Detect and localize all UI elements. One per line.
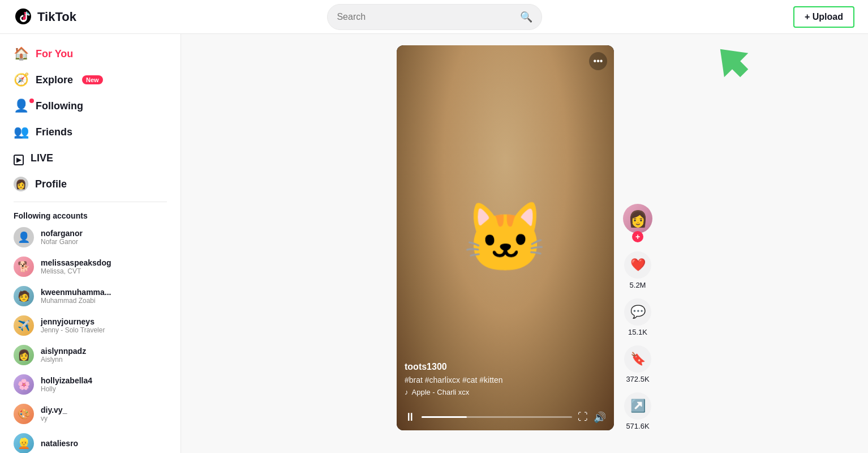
account-username: nataliesro — [41, 439, 78, 448]
account-username: hollyizabella4 — [41, 376, 92, 385]
video-overlay-bottom: toots1300 #brat #charlixcx #cat #kitten … — [405, 362, 606, 396]
account-item-jennyjourneys[interactable]: ✈️ jennyjourneys Jenny - Solo Traveler — [0, 311, 181, 340]
video-player[interactable]: ••• toots1300 #brat #charlixcx #cat #kit… — [397, 45, 614, 430]
like-button[interactable]: ❤️ — [624, 251, 651, 279]
upload-button[interactable]: + Upload — [793, 6, 854, 28]
header: TikTok 🔍 + Upload — [0, 0, 868, 34]
search-bar[interactable]: 🔍 — [327, 4, 542, 30]
volume-button[interactable]: 🔊 — [594, 411, 606, 424]
account-item-melissaspeaksdog[interactable]: 🐕 melissaspeaksdog Melissa, CVT — [0, 252, 181, 281]
new-badge: New — [82, 75, 103, 84]
account-display: Melissa, CVT — [41, 267, 111, 275]
logo-area: TikTok — [14, 7, 76, 27]
fullscreen-button[interactable]: ⛶ — [578, 411, 588, 423]
progress-bar-fill — [422, 416, 467, 418]
sidebar-divider — [14, 202, 167, 202]
arrow-icon — [710, 39, 755, 84]
nav-label-live: LIVE — [31, 152, 53, 164]
account-avatar-melissaspeaksdog: 🐕 — [14, 257, 34, 277]
account-item-aislynnpadz[interactable]: 👩 aislynnpadz Aislynn — [0, 340, 181, 370]
bookmark-count: 372.5K — [626, 375, 649, 383]
comment-count: 15.1K — [628, 328, 647, 336]
account-username: aislynnpadz — [41, 347, 86, 356]
account-display: Aislynn — [41, 356, 86, 364]
creator-avatar-container: 👩 + — [623, 204, 652, 238]
follow-plus-button[interactable]: + — [632, 231, 643, 242]
account-item-hollyizabella4[interactable]: 🌸 hollyizabella4 Holly — [0, 370, 181, 399]
account-username: kweenmuhamma... — [41, 288, 111, 297]
sidebar-item-live[interactable]: ▶ LIVE — [0, 145, 181, 171]
sidebar-item-explore[interactable]: 🧭 Explore New — [0, 67, 181, 93]
account-username: nofarganor — [41, 229, 83, 238]
pause-button[interactable]: ⏸ — [405, 411, 416, 424]
sidebar: 🏠 For You 🧭 Explore New 👤 Following 👥 Fr… — [0, 34, 181, 453]
nav-label-profile: Profile — [35, 178, 67, 190]
more-options-button[interactable]: ••• — [589, 52, 607, 70]
people-icon: 👥 — [14, 125, 29, 139]
nav-label-following: Following — [36, 100, 83, 112]
share-count: 571.6K — [626, 422, 649, 430]
following-notification-dot — [29, 99, 34, 103]
video-container: ••• toots1300 #brat #charlixcx #cat #kit… — [397, 45, 652, 437]
account-display: Jenny - Solo Traveler — [41, 326, 105, 334]
account-item-diy-vy[interactable]: 🎨 diy.vy_ vy — [0, 399, 181, 429]
account-avatar-kweenmuhamma: 🧑 — [14, 286, 34, 306]
compass-icon: 🧭 — [14, 72, 29, 87]
nav-label-friends: Friends — [36, 126, 72, 138]
account-display: Holly — [41, 385, 92, 393]
logo-text: TikTok — [37, 10, 76, 24]
music-note-icon: ♪ — [405, 388, 409, 396]
search-icon: 🔍 — [520, 11, 532, 23]
profile-avatar-icon: 👩 — [14, 177, 28, 191]
search-input[interactable] — [337, 12, 520, 22]
comment-button[interactable]: 💬 — [624, 298, 651, 326]
sidebar-item-for-you[interactable]: 🏠 For You — [0, 41, 181, 67]
nav-label-explore: Explore — [36, 74, 73, 86]
video-username: toots1300 — [405, 362, 606, 372]
svg-marker-0 — [710, 39, 755, 84]
video-song: ♪ Apple - Charli xcx — [405, 388, 606, 396]
nav-label-for-you: For You — [36, 48, 73, 60]
account-item-nofarganor[interactable]: 👤 nofarganor Nofar Ganor — [0, 223, 181, 252]
content-area: ••• toots1300 #brat #charlixcx #cat #kit… — [181, 34, 868, 453]
video-actions: 👩 + ❤️ 5.2M 💬 15.1K 🔖 372.5K ↗️ 571.6K — [623, 45, 652, 437]
share-button[interactable]: ↗️ — [624, 392, 651, 420]
account-item-nataliesro[interactable]: 👱 nataliesro — [0, 429, 181, 453]
video-overlay-top: ••• — [589, 52, 607, 70]
person-icon: 👤 — [14, 99, 29, 113]
creator-avatar[interactable]: 👩 — [623, 204, 652, 233]
sidebar-item-profile[interactable]: 👩 Profile — [0, 171, 181, 197]
like-count: 5.2M — [630, 281, 646, 289]
following-accounts-label: Following accounts — [0, 207, 181, 223]
main-layout: 🏠 For You 🧭 Explore New 👤 Following 👥 Fr… — [0, 34, 868, 453]
account-avatar-diy-vy: 🎨 — [14, 404, 34, 424]
account-display: Muhammad Zoabi — [41, 297, 111, 305]
account-display: Nofar Ganor — [41, 238, 83, 246]
account-avatar-aislynnpadz: 👩 — [14, 345, 34, 365]
tiktok-logo-icon — [14, 7, 33, 27]
account-avatar-nofarganor: 👤 — [14, 227, 34, 247]
account-username: diy.vy_ — [41, 405, 67, 414]
home-icon: 🏠 — [14, 46, 29, 61]
account-info-nofarganor: nofarganor Nofar Ganor — [41, 229, 83, 246]
account-username: jennyjourneys — [41, 317, 105, 326]
sidebar-item-following[interactable]: 👤 Following — [0, 93, 181, 119]
account-avatar-hollyizabella4: 🌸 — [14, 374, 34, 395]
sidebar-item-friends[interactable]: 👥 Friends — [0, 119, 181, 145]
arrow-indicator — [710, 39, 755, 86]
account-display: vy — [41, 414, 67, 422]
progress-bar[interactable] — [422, 416, 572, 418]
live-icon: ▶ — [14, 151, 24, 165]
account-avatar-nataliesro: 👱 — [14, 433, 34, 453]
video-controls: ⏸ ⛶ 🔊 — [405, 411, 606, 424]
account-avatar-jennyjourneys: ✈️ — [14, 315, 34, 336]
account-item-kweenmuhamma[interactable]: 🧑 kweenmuhamma... Muhammad Zoabi — [0, 281, 181, 311]
video-hashtags: #brat #charlixcx #cat #kitten — [405, 375, 606, 384]
account-username: melissaspeaksdog — [41, 258, 111, 267]
bookmark-button[interactable]: 🔖 — [624, 345, 651, 373]
